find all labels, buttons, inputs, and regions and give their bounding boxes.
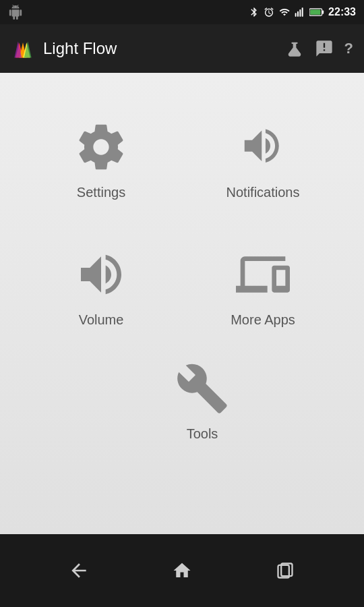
home-button[interactable] <box>162 560 202 581</box>
svg-rect-1 <box>297 11 299 17</box>
svg-rect-6 <box>322 10 324 13</box>
more-apps-icon <box>236 248 290 301</box>
settings-menu-item[interactable]: Settings <box>27 100 175 214</box>
settings-label: Settings <box>77 185 125 200</box>
svg-rect-3 <box>302 7 303 16</box>
status-bar: 22:33 <box>0 0 364 24</box>
status-time: 22:33 <box>328 6 356 18</box>
notifications-menu-item[interactable]: Notifications <box>189 100 337 214</box>
battery-icon <box>309 7 324 17</box>
settings-icon <box>74 120 128 174</box>
svg-rect-2 <box>299 9 301 17</box>
help-icon[interactable]: ? <box>344 40 353 57</box>
main-content: Settings Notifications <box>0 73 364 534</box>
notifications-icon <box>236 120 290 174</box>
volume-label: Volume <box>79 312 124 328</box>
app-bar-actions: ? <box>285 39 353 58</box>
lab-icon[interactable] <box>285 39 304 58</box>
alarm-icon <box>264 7 274 18</box>
status-bar-right: 22:33 <box>249 6 356 18</box>
volume-menu-item[interactable]: Volume <box>27 227 175 341</box>
notifications-label: Notifications <box>226 185 300 200</box>
status-bar-left <box>8 5 23 20</box>
app-title: Light Flow <box>43 39 277 58</box>
menu-grid: Settings Notifications <box>0 86 364 355</box>
recent-button[interactable] <box>265 561 305 580</box>
bluetooth-icon <box>249 7 260 18</box>
app-bar: Light Flow ? <box>0 24 364 73</box>
volume-icon <box>74 248 128 301</box>
signal-icon <box>295 7 305 18</box>
support-icon[interactable] <box>315 39 334 58</box>
tools-icon <box>175 362 229 415</box>
svg-rect-0 <box>295 13 297 16</box>
wifi-icon <box>278 7 291 18</box>
more-apps-label: More Apps <box>231 312 295 328</box>
tools-label: Tools <box>187 426 218 442</box>
android-icon <box>8 5 23 20</box>
nav-bar <box>0 534 364 607</box>
more-apps-menu-item[interactable]: More Apps <box>189 227 337 341</box>
tools-menu-item[interactable]: Tools <box>40 355 364 455</box>
app-logo <box>11 36 35 61</box>
svg-rect-5 <box>310 9 320 15</box>
back-button[interactable] <box>59 560 99 581</box>
